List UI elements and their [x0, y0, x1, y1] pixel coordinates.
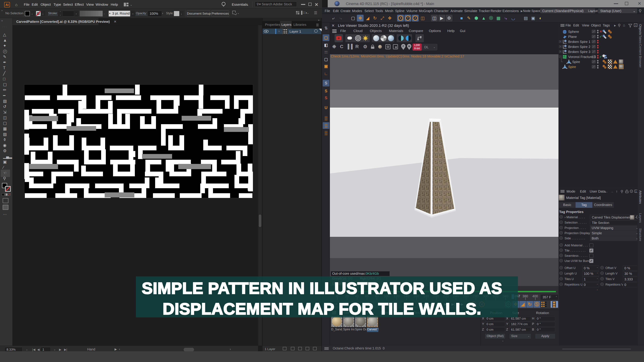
svg-text:F: F: [402, 45, 404, 48]
svg-text:M: M: [408, 45, 410, 48]
